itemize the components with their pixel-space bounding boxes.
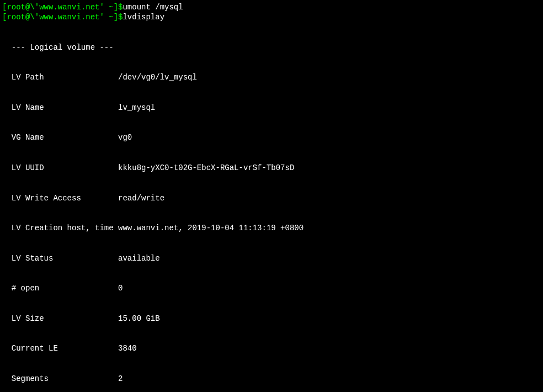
lv-creation: LV Creation host, time www.wanvi.net, 20… xyxy=(2,223,541,233)
command-line-1: [root@\'www.wanvi.net' ~]$umount /mysql xyxy=(2,2,541,12)
lv-uuid: LV UUID kkku8g-yXC0-t02G-EbcX-RGaL-vrSf-… xyxy=(2,163,541,173)
command: umount /mysql xyxy=(123,3,183,12)
lv-name: LV Name lv_mysql xyxy=(2,103,541,113)
prompt: [root@\'www.wanvi.net' ~]$ xyxy=(2,13,123,22)
vg-name: VG Name vg0 xyxy=(2,133,541,142)
lv-path: LV Path /dev/vg0/lv_mysql xyxy=(2,72,541,82)
command: lvdisplay xyxy=(123,13,164,22)
lv-size: LV Size 15.00 GiB xyxy=(2,314,541,324)
terminal[interactable]: [root@\'www.wanvi.net' ~]$umount /mysql … xyxy=(2,2,541,392)
lv-open: # open 0 xyxy=(2,283,541,293)
current-le: Current LE 3840 xyxy=(2,343,541,353)
command-line-2: [root@\'www.wanvi.net' ~]$lvdisplay xyxy=(2,12,541,22)
lv-status: LV Status available xyxy=(2,253,541,263)
lv-write-access: LV Write Access read/write xyxy=(2,193,541,203)
lvdisplay-output: --- Logical volume --- LV Path /dev/vg0/… xyxy=(2,22,541,392)
lv-header: --- Logical volume --- xyxy=(2,43,541,52)
prompt: [root@\'www.wanvi.net' ~]$ xyxy=(2,3,123,12)
segments: Segments 2 xyxy=(2,374,541,384)
